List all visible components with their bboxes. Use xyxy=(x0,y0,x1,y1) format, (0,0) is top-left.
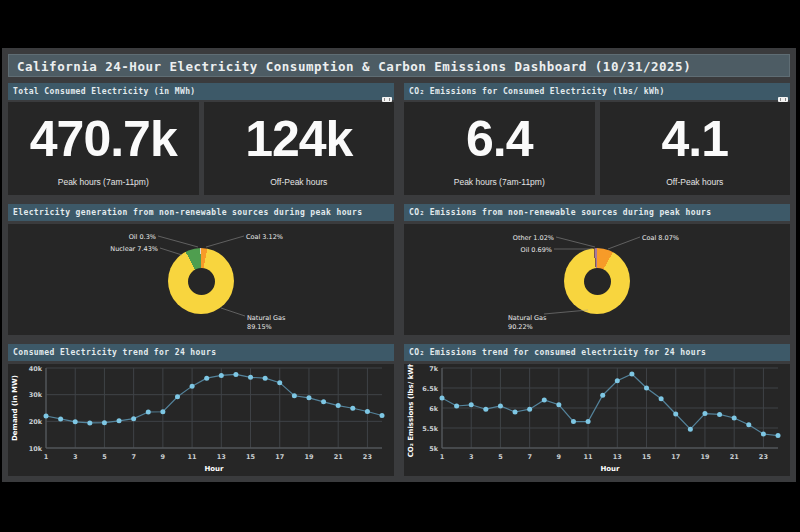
dashboard-title: California 24-Hour Electricity Consumpti… xyxy=(8,54,790,77)
donut-label-nuclear: Nuclear 7.43% xyxy=(110,245,158,253)
svg-text:5k: 5k xyxy=(429,445,439,453)
kpi-value: 124k xyxy=(204,102,395,176)
svg-text:6.5k: 6.5k xyxy=(422,385,439,393)
svg-text:13: 13 xyxy=(613,453,622,461)
electricity-kpi-header: Total Consumed Electricity (in MWh) xyxy=(8,83,394,100)
svg-text:5.5k: 5.5k xyxy=(422,425,439,433)
emissions-trend-panel: 13579111315171921235k5.5k6k6.5k7kHourCO₂… xyxy=(404,364,790,476)
svg-text:19: 19 xyxy=(304,453,314,461)
svg-text:15: 15 xyxy=(642,453,652,461)
emissions-trend-header: CO₂ Emissions trend for consumed electri… xyxy=(404,344,790,361)
svg-text:9: 9 xyxy=(161,453,166,461)
electricity-donut-callouts: Oil 0.3% Nuclear 7.43% Coal 3.12% Natura… xyxy=(8,224,394,335)
kpi-label: Peak hours (7am-11pm) xyxy=(404,177,595,187)
svg-text:7: 7 xyxy=(131,453,136,461)
kpi-value: 6.4 xyxy=(404,102,595,176)
svg-text:CO₂ Emissions (lbs/ kWh): CO₂ Emissions (lbs/ kWh) xyxy=(407,364,415,457)
kpi-label: Off-Peak hours xyxy=(600,177,791,187)
svg-text:13: 13 xyxy=(217,453,226,461)
consumption-trend-line-chart[interactable]: 135791113151719212310k20k30k40kHourDeman… xyxy=(8,364,394,476)
svg-text:21: 21 xyxy=(730,453,740,461)
svg-text:6k: 6k xyxy=(429,405,439,413)
donut-label-other: Other 1.02% xyxy=(513,234,554,242)
svg-text:23: 23 xyxy=(759,453,768,461)
emissions-kpi-header-label: CO₂ Emissions for Consumed Electricity (… xyxy=(409,87,665,96)
svg-text:3: 3 xyxy=(73,453,78,461)
kpi-card-peak-consumption[interactable]: 470.7k Peak hours (7am-11pm) xyxy=(8,102,199,195)
emissions-donut-header: CO₂ Emissions from non-renewable sources… xyxy=(404,204,790,221)
svg-text:1: 1 xyxy=(440,453,445,461)
svg-text:5: 5 xyxy=(102,453,107,461)
kpi-value: 470.7k xyxy=(8,102,199,176)
donut-label-gas-pct: 89.15% xyxy=(247,323,272,331)
svg-text:11: 11 xyxy=(584,453,594,461)
svg-text:Hour: Hour xyxy=(204,465,224,473)
svg-text:11: 11 xyxy=(188,453,198,461)
donut-label-oil: Oil 0.3% xyxy=(129,233,156,241)
dashboard-body: Total Consumed Electricity (in MWh) 470.… xyxy=(8,83,790,476)
electricity-donut-panel: Oil 0.3% Nuclear 7.43% Coal 3.12% Natura… xyxy=(8,224,394,335)
svg-text:23: 23 xyxy=(363,453,372,461)
svg-text:9: 9 xyxy=(557,453,562,461)
donut-label-gas: Natural Gas xyxy=(247,314,286,322)
svg-text:7: 7 xyxy=(527,453,532,461)
donut-label-gas-pct: 90.22% xyxy=(508,323,533,331)
kpi-card-offpeak-emissions[interactable]: 4.1 Off-Peak hours xyxy=(600,102,791,195)
electricity-kpi-row: 470.7k Peak hours (7am-11pm) 124k Off-Pe… xyxy=(8,102,394,195)
svg-text:10k: 10k xyxy=(29,445,43,453)
emissions-kpi-row: 6.4 Peak hours (7am-11pm) 4.1 Off-Peak h… xyxy=(404,102,790,195)
svg-text:Hour: Hour xyxy=(600,465,620,473)
svg-text:20k: 20k xyxy=(29,418,43,426)
electricity-donut-header: Electricity generation from non-renewabl… xyxy=(8,204,394,221)
emissions-donut-callouts: Other 1.02% Oil 0.69% Coal 8.07% Natural… xyxy=(404,224,790,335)
donut-label-coal: Coal 8.07% xyxy=(642,234,679,242)
electricity-trend-header: Consumed Electricity trend for 24 hours xyxy=(8,344,394,361)
electricity-column: Total Consumed Electricity (in MWh) 470.… xyxy=(8,83,394,476)
kpi-label: Peak hours (7am-11pm) xyxy=(8,177,199,187)
emissions-column: CO₂ Emissions for Consumed Electricity (… xyxy=(404,83,790,476)
donut-label-gas: Natural Gas xyxy=(508,314,547,322)
svg-text:17: 17 xyxy=(275,453,284,461)
dashboard-frame: California 24-Hour Electricity Consumpti… xyxy=(2,48,796,482)
donut-label-oil: Oil 0.69% xyxy=(521,246,552,254)
kpi-label: Off-Peak hours xyxy=(204,177,395,187)
svg-text:30k: 30k xyxy=(29,391,43,399)
kpi-card-offpeak-consumption[interactable]: 124k Off-Peak hours xyxy=(204,102,395,195)
svg-text:19: 19 xyxy=(700,453,710,461)
kpi-card-peak-emissions[interactable]: 6.4 Peak hours (7am-11pm) xyxy=(404,102,595,195)
electricity-trend-panel: 135791113151719212310k20k30k40kHourDeman… xyxy=(8,364,394,476)
emissions-trend-line-chart[interactable]: 13579111315171921235k5.5k6k6.5k7kHourCO₂… xyxy=(404,364,790,476)
donut-label-coal: Coal 3.12% xyxy=(246,233,283,241)
electricity-kpi-header-label: Total Consumed Electricity (in MWh) xyxy=(13,87,196,96)
svg-text:17: 17 xyxy=(671,453,680,461)
svg-text:1: 1 xyxy=(44,453,49,461)
kpi-value: 4.1 xyxy=(600,102,791,176)
emissions-donut-panel: Other 1.02% Oil 0.69% Coal 8.07% Natural… xyxy=(404,224,790,335)
svg-text:7k: 7k xyxy=(429,365,439,373)
svg-text:Demand (in MW): Demand (in MW) xyxy=(11,375,19,441)
svg-text:3: 3 xyxy=(469,453,474,461)
svg-text:40k: 40k xyxy=(29,365,43,373)
svg-text:15: 15 xyxy=(246,453,256,461)
emissions-kpi-header: CO₂ Emissions for Consumed Electricity (… xyxy=(404,83,790,100)
svg-text:21: 21 xyxy=(334,453,344,461)
svg-text:5: 5 xyxy=(498,453,503,461)
